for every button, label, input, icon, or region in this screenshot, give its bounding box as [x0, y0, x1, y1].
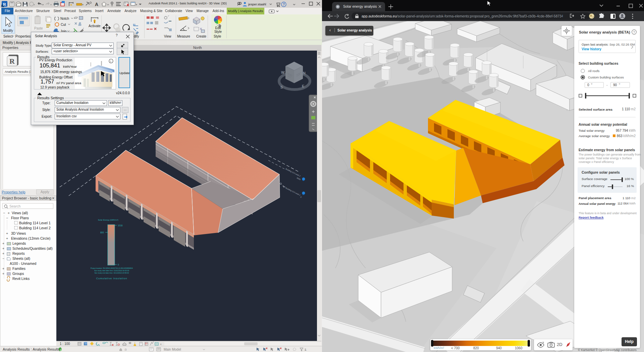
svg-text:1 : 100: 1 : 100: [60, 342, 70, 346]
svg-text:Solar Energy (kWh/m²): Solar Energy (kWh/m²): [98, 219, 118, 221]
svg-text:A100 - Unnamed: A100 - Unnamed: [10, 261, 37, 266]
svg-text:jesper.staahl: jesper.staahl: [248, 2, 266, 6]
svg-text:Paste: Paste: [34, 26, 43, 30]
svg-text:R: R: [9, 57, 15, 65]
svg-text:Project location: 59.32543,263: Project location: 59.32543,26303742,10.4…: [91, 267, 133, 269]
svg-text:i: i: [110, 60, 111, 63]
svg-text:Modify: Modify: [3, 29, 13, 33]
svg-text:Sun study end date time: 31/12: Sun study end date time: 31/12/2010 23:5…: [95, 272, 129, 274]
svg-text:−: −: [6, 216, 8, 220]
svg-text:Sun study start date time: 01/: Sun study start date time: 01/01/2010 00…: [94, 270, 129, 272]
svg-text:?: ?: [633, 30, 635, 34]
svg-text:Cumulative Insolation: Cumulative Insolation: [96, 277, 127, 280]
svg-text:+: +: [6, 236, 8, 240]
svg-text:N: N: [303, 71, 306, 75]
svg-text:?: ?: [283, 3, 285, 6]
svg-text:Select: Select: [3, 35, 13, 38]
svg-text:Activate: Activate: [89, 24, 101, 28]
svg-text:Families: Families: [12, 267, 25, 271]
svg-text:Notch: Notch: [60, 17, 69, 20]
svg-text:Building 114 Level 2: Building 114 Level 2: [19, 226, 51, 230]
svg-text:Reports: Reports: [12, 251, 25, 255]
svg-text:Schedules/Quantities (all): Schedules/Quantities (all): [12, 246, 53, 250]
svg-text:Style: Style: [214, 35, 221, 38]
svg-text:Edit: Edit: [215, 26, 221, 30]
svg-text:Sheets (all): Sheets (all): [12, 256, 30, 260]
svg-text:Groups: Groups: [12, 272, 24, 276]
svg-text:Style: Style: [214, 30, 222, 34]
svg-text:+: +: [6, 231, 8, 235]
svg-text:Create: Create: [196, 35, 206, 38]
svg-text:Building 114 Level 1: Building 114 Level 1: [19, 221, 51, 225]
svg-text:View: View: [164, 35, 171, 38]
svg-text:Revit Links: Revit Links: [12, 277, 30, 281]
svg-text::1: :1: [304, 348, 307, 351]
svg-text:−: −: [3, 211, 5, 215]
svg-text:Properties: Properties: [15, 35, 31, 38]
svg-text:Legends: Legends: [12, 241, 26, 245]
svg-text:E: E: [302, 84, 304, 88]
svg-text:Cut: Cut: [61, 23, 66, 26]
svg-text:3D Views: 3D Views: [11, 231, 26, 235]
svg-text:S: S: [280, 85, 283, 89]
svg-text:Measure: Measure: [177, 35, 190, 38]
svg-text:‹: ‹: [160, 342, 161, 346]
svg-text:Views (all): Views (all): [12, 211, 28, 215]
svg-text:1016: 1016: [118, 224, 123, 227]
svg-text:⌖: ⌖: [8, 211, 10, 215]
svg-text::0: :0: [124, 348, 127, 351]
svg-text:Main Model: Main Model: [164, 348, 181, 351]
svg-text:800: 800: [100, 231, 104, 234]
svg-text:Elevations (12mm Circle): Elevations (12mm Circle): [11, 236, 50, 240]
svg-text:Floor Plans: Floor Plans: [11, 216, 29, 220]
svg-text:W: W: [281, 70, 285, 74]
svg-text:0: 0: [118, 263, 119, 266]
svg-text:A: A: [95, 2, 98, 7]
svg-text:R: R: [3, 2, 6, 7]
